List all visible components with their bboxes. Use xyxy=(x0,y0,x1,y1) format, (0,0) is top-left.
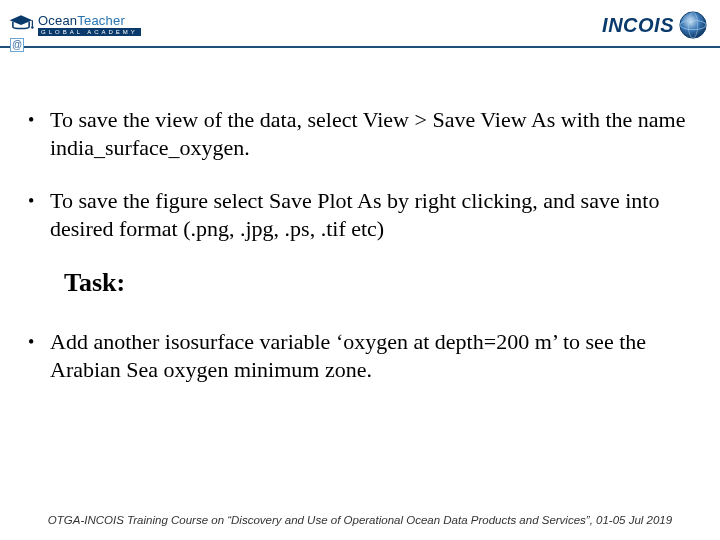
bullet-icon: • xyxy=(28,106,50,134)
bullet-list-top: • To save the view of the data, select V… xyxy=(28,106,702,242)
svg-point-2 xyxy=(31,26,33,28)
bullet-text: To save the view of the data, select Vie… xyxy=(50,106,702,161)
slide-header: @ OceanTeacher GLOBAL ACADEMY INCOIS xyxy=(0,0,720,48)
bullet-icon: • xyxy=(28,187,50,215)
logo-word-teacher: Teacher xyxy=(77,13,125,28)
at-badge: @ xyxy=(10,38,24,52)
bullet-text: To save the figure select Save Plot As b… xyxy=(50,187,702,242)
logo-word-ocean: Ocean xyxy=(38,13,77,28)
slide-body: • To save the view of the data, select V… xyxy=(0,48,720,383)
bullet-list-task: • Add another isosurface variable ‘oxyge… xyxy=(28,328,702,383)
list-item: • To save the view of the data, select V… xyxy=(28,106,702,161)
oceanteacher-logo: @ OceanTeacher GLOBAL ACADEMY xyxy=(8,12,141,38)
globe-icon xyxy=(678,10,708,40)
logo-subtitle: GLOBAL ACADEMY xyxy=(38,28,141,36)
incois-wordmark: INCOIS xyxy=(602,14,674,37)
svg-point-3 xyxy=(680,12,706,38)
graduation-cap-icon xyxy=(8,12,34,38)
list-item: • To save the figure select Save Plot As… xyxy=(28,187,702,242)
task-heading: Task: xyxy=(64,268,702,298)
bullet-icon: • xyxy=(28,328,50,356)
list-item: • Add another isosurface variable ‘oxyge… xyxy=(28,328,702,383)
incois-logo: INCOIS xyxy=(602,10,708,40)
slide-footer: OTGA-INCOIS Training Course on “Discover… xyxy=(0,514,720,526)
oceanteacher-wordmark: OceanTeacher GLOBAL ACADEMY xyxy=(38,14,141,36)
bullet-text: Add another isosurface variable ‘oxygen … xyxy=(50,328,702,383)
